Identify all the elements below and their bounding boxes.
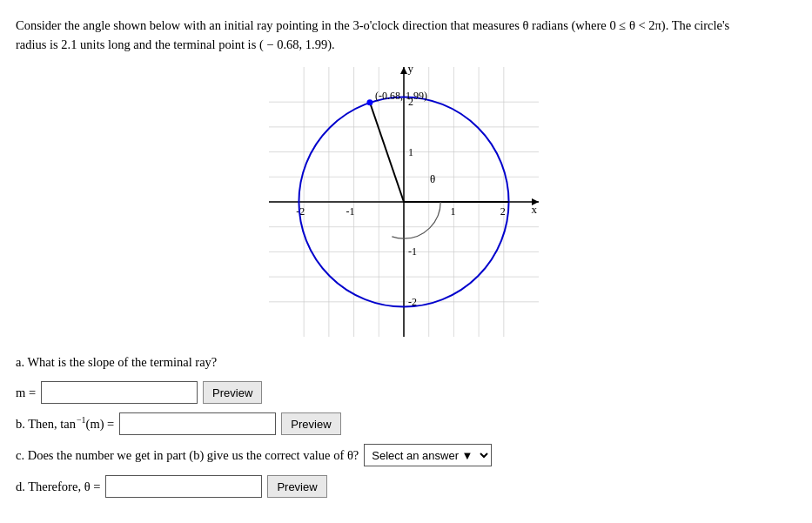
part-d-preview-button[interactable]: Preview: [267, 475, 326, 498]
part-b-label: b. Then, tan −1(m) =: [16, 413, 114, 434]
part-a-input-row: m = Preview: [16, 381, 791, 404]
part-b-input[interactable]: [119, 412, 276, 435]
part-a-row: a. What is the slope of the terminal ray…: [16, 352, 791, 372]
part-a-input[interactable]: [41, 381, 198, 404]
part-a-prefix: m =: [16, 383, 36, 403]
part-c-row: c. Does the number we get in part (b) gi…: [16, 444, 791, 466]
problem-line1: Consider the angle shown below with an i…: [16, 18, 729, 32]
part-a-label: a. What is the slope of the terminal ray…: [16, 352, 217, 372]
part-b-row: b. Then, tan −1(m) = Preview: [16, 412, 791, 435]
part-b-superscript: −1: [77, 415, 86, 425]
parts-section: a. What is the slope of the terminal ray…: [16, 352, 791, 498]
part-c-select[interactable]: Select an answer ▼ Yes No: [364, 444, 492, 466]
part-d-input[interactable]: [105, 475, 262, 498]
coordinate-graph: [269, 67, 539, 337]
part-b-preview-button[interactable]: Preview: [281, 412, 340, 435]
part-d-row: d. Therefore, θ = Preview: [16, 475, 791, 498]
graph-container: [16, 67, 791, 337]
part-a-preview-button[interactable]: Preview: [203, 381, 262, 404]
part-d-label: d. Therefore, θ =: [16, 477, 100, 497]
part-c-label: c. Does the number we get in part (b) gi…: [16, 446, 359, 466]
problem-text: Consider the angle shown below with an i…: [16, 16, 773, 55]
problem-line2: radius is 2.1 units long and the termina…: [16, 37, 335, 51]
graph-wrap: [269, 67, 539, 337]
